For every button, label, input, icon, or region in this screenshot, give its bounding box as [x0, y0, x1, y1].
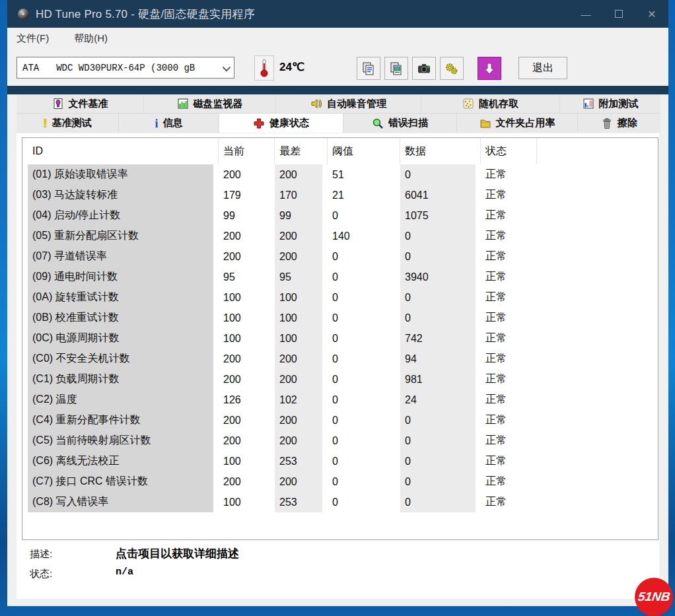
tab-disk-monitor[interactable]: 磁盘监视器: [144, 94, 276, 114]
column-header-status[interactable]: 状态: [481, 138, 537, 164]
column-header-current[interactable]: 当前: [219, 138, 275, 164]
current-value-cell: 200: [219, 430, 275, 451]
copy-image-button[interactable]: [384, 57, 408, 80]
tab-label: 基准测试: [52, 117, 92, 129]
tab-auto-acoustic[interactable]: 自动噪音管理: [276, 94, 421, 114]
smart-attribute-row[interactable]: (C8) 写入错误率 100 253 0 0 正常: [22, 492, 658, 512]
tab-extra-tests[interactable]: 附加测试: [560, 94, 660, 114]
menu-bar: 文件(F) 帮助(H): [7, 28, 668, 50]
attribute-id-cell[interactable]: (C6) 离线无法校正: [22, 451, 219, 471]
smart-attribute-row[interactable]: (C4) 重新分配事件计数 200 200 0 0 正常: [22, 410, 658, 430]
column-header-filler: [537, 138, 658, 164]
tab-label: 擦除: [618, 117, 637, 129]
filler-cell: [537, 471, 658, 492]
smart-attribute-row[interactable]: (05) 重新分配扇区计数 200 200 140 0 正常: [22, 226, 658, 246]
worst-value-cell: 200: [275, 369, 328, 390]
maximize-button[interactable]: [602, 0, 635, 28]
tab-folder-usage[interactable]: 文件夹占用率: [457, 114, 578, 133]
filler-cell: [537, 492, 658, 512]
column-header-data[interactable]: 数据: [400, 138, 481, 164]
drive-select[interactable]: ATA WDC WD30PURX-64P (3000 gB: [17, 57, 234, 79]
threshold-value-cell: 0: [328, 308, 400, 328]
attribute-id-cell[interactable]: (01) 原始读取错误率: [22, 164, 219, 185]
screenshot-button[interactable]: [412, 57, 436, 80]
attribute-id-cell[interactable]: (04) 启动/停止计数: [22, 205, 219, 226]
smart-attribute-row[interactable]: (C7) 接口 CRC 错误计数 200 200 0 0 正常: [22, 471, 658, 492]
status-value: n/a: [116, 566, 133, 578]
data-value-cell: 981: [400, 369, 481, 390]
tab-error-scan[interactable]: 错误扫描: [343, 114, 457, 133]
attribute-id-cell[interactable]: (03) 马达旋转标准: [22, 185, 219, 205]
close-button[interactable]: ×: [635, 0, 668, 28]
tab-label: 文件基准: [69, 98, 108, 110]
smart-attribute-row[interactable]: (0C) 电源周期计数 100 100 0 742 正常: [22, 328, 658, 349]
minimize-button[interactable]: —: [569, 0, 602, 28]
data-value-cell: 0: [400, 308, 481, 328]
attribute-id-cell[interactable]: (C0) 不安全关机计数: [22, 349, 219, 369]
smart-attribute-row[interactable]: (07) 寻道错误率 200 200 0 0 正常: [22, 246, 658, 267]
column-header-worst[interactable]: 最差: [275, 138, 328, 164]
smart-attribute-row[interactable]: (01) 原始读取错误率 200 200 51 0 正常: [22, 164, 658, 185]
copy-text-button[interactable]: [357, 57, 380, 80]
attribute-id-cell[interactable]: (C2) 温度: [22, 390, 219, 410]
health-cross-icon: [253, 118, 265, 129]
status-value-cell: 正常: [481, 308, 537, 328]
filler-cell: [537, 246, 658, 267]
random-access-icon: [462, 98, 474, 110]
menu-file[interactable]: 文件(F): [17, 32, 49, 45]
filler-cell: [537, 226, 658, 246]
tab-erase[interactable]: 擦除: [578, 114, 660, 133]
attribute-id-cell[interactable]: (07) 寻道错误率: [22, 246, 219, 267]
attribute-id-cell[interactable]: (09) 通电时间计数: [22, 267, 219, 287]
exit-button[interactable]: 退出: [518, 57, 567, 79]
tab-info[interactable]: i 信息: [119, 114, 219, 133]
tab-label: 健康状态: [269, 117, 309, 129]
maximize-icon: [615, 10, 623, 18]
attribute-id-cell[interactable]: (0B) 校准重试计数: [22, 308, 219, 328]
status-value-cell: 正常: [481, 164, 537, 185]
magnifier-icon: [372, 118, 384, 129]
smart-attribute-row[interactable]: (C0) 不安全关机计数 200 200 0 94 正常: [22, 349, 658, 369]
tab-row-2: ! 基准测试 i 信息 健康状态 错误扫描: [17, 114, 660, 133]
attribute-id-cell[interactable]: (0C) 电源周期计数: [22, 328, 219, 349]
copy-text-icon: [361, 61, 376, 76]
status-value-cell: 正常: [481, 430, 537, 451]
smart-attribute-row[interactable]: (C6) 离线无法校正 100 253 0 0 正常: [22, 451, 658, 471]
threshold-value-cell: 0: [328, 410, 400, 430]
attribute-id-cell[interactable]: (C5) 当前待映射扇区计数: [22, 430, 219, 451]
threshold-value-cell: 0: [328, 267, 400, 287]
column-header-threshold[interactable]: 阈值: [328, 138, 400, 164]
column-header-id[interactable]: ID: [22, 138, 219, 164]
tab-label: 信息: [163, 117, 183, 129]
data-value-cell: 0: [400, 492, 481, 512]
smart-attribute-row[interactable]: (03) 马达旋转标准 179 170 21 6041 正常: [22, 185, 658, 205]
smart-attribute-row[interactable]: (04) 启动/停止计数 99 99 0 1075 正常: [22, 205, 658, 226]
current-value-cell: 200: [219, 410, 275, 430]
attribute-id-cell[interactable]: (C4) 重新分配事件计数: [22, 410, 219, 430]
camera-icon: [417, 61, 431, 76]
smart-attribute-row[interactable]: (09) 通电时间计数 95 95 0 3940 正常: [22, 267, 658, 287]
tab-random-access[interactable]: 随机存取: [421, 94, 560, 114]
app-disk-icon: [18, 9, 29, 20]
smart-attribute-row[interactable]: (C5) 当前待映射扇区计数 200 200 0 0 正常: [22, 430, 658, 451]
smart-attribute-row[interactable]: (C2) 温度 126 102 0 24 正常: [22, 390, 658, 410]
smart-attribute-row[interactable]: (C1) 负载周期计数 200 200 0 981 正常: [22, 369, 658, 390]
tab-file-benchmark[interactable]: 文件基准: [17, 94, 144, 114]
attribute-id-cell[interactable]: (05) 重新分配扇区计数: [22, 226, 219, 246]
smart-attribute-row[interactable]: (0A) 旋转重试计数 100 100 0 0 正常: [22, 287, 658, 308]
attribute-id-cell[interactable]: (0A) 旋转重试计数: [22, 287, 219, 308]
menu-help[interactable]: 帮助(H): [74, 32, 108, 45]
smart-attribute-row[interactable]: (0B) 校准重试计数 100 100 0 0 正常: [22, 308, 658, 328]
table-header-row: ID 当前 最差 阈值 数据 状态: [22, 138, 658, 164]
tab-health-status[interactable]: 健康状态: [219, 114, 343, 133]
attribute-id-cell[interactable]: (C1) 负载周期计数: [22, 369, 219, 390]
filler-cell: [537, 205, 658, 226]
threshold-value-cell: 51: [328, 164, 400, 185]
download-button[interactable]: [478, 57, 501, 80]
attribute-id-cell[interactable]: (C7) 接口 CRC 错误计数: [22, 471, 219, 492]
data-value-cell: 0: [400, 246, 481, 267]
options-button[interactable]: [440, 57, 464, 80]
tab-benchmark[interactable]: ! 基准测试: [17, 114, 119, 133]
temperature-button[interactable]: [254, 55, 274, 81]
attribute-id-cell[interactable]: (C8) 写入错误率: [22, 492, 219, 512]
